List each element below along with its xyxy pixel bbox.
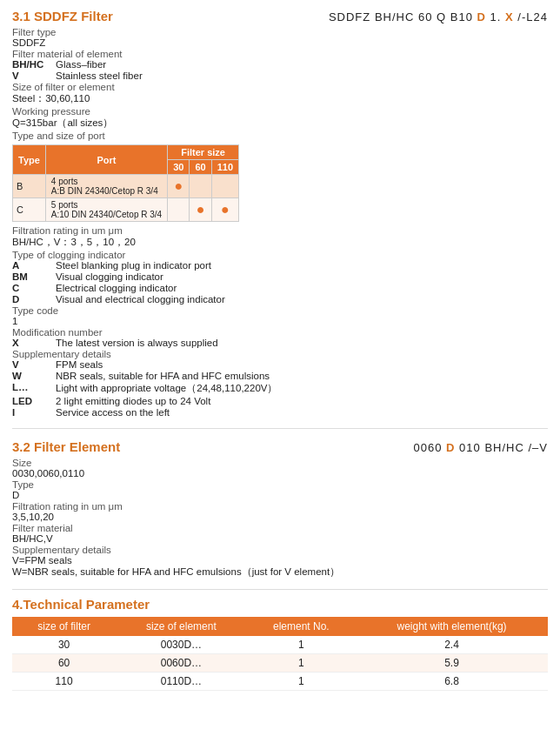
tech-table-cell: 5.9 [356,654,548,673]
tech-table-cell: 60 [12,654,116,673]
suppl-key-w: W [12,371,47,381]
tech-table-cell: 110 [12,673,116,691]
section-32-title: 3.2 Filter Element [12,439,120,454]
s32-type-label: Type [12,479,548,490]
suppl-val-v: FPM seals [56,359,103,370]
section-4: 4.Technical Parameter size of filter siz… [12,597,548,691]
code-seg-60: 60 [418,10,432,23]
type-code-value: 1 [12,316,548,326]
type-size-port-block: Type and size of port Type Port Filter s… [12,131,548,222]
modification-val-x: The latest version is always supplied [56,338,218,348]
filter-material-key-bhhc: BH/HC [12,59,47,70]
code-seg-q: Q [437,10,446,23]
modification-label: Modification number [12,327,548,338]
suppl-key-led: LED [12,396,47,406]
code-diagram-32: 0060 D 010 BH/HC /–V [414,439,548,454]
filter-material-val-bhhc: Glass–fiber [56,59,106,70]
code-seg-sddfz: SDDFZ [329,10,370,23]
s32-filtration-label: Filtration rating in um μm [12,501,548,512]
s32-filtration-value: 3,5,10,20 [12,512,548,522]
filter-material-block: Filter material of element BH/HC Glass–f… [12,49,548,81]
tech-table-row: 600060D…15.9 [12,654,548,673]
table-cell-c-30 [168,198,190,222]
suppl-row-l: L… Light with appropriate voltage（24,48,… [12,382,548,395]
table-row-b: B 4 portsA:B DIN 24340/Cetop R 3/4 ● [13,175,239,198]
supplementary-block: Supplementary details V FPM seals W NBR … [12,349,548,418]
clogging-val-bm: Visual clogging indicator [56,271,163,282]
clogging-row-c: C Electrical clogging indicator [12,283,548,293]
s32-type-block: Type D [12,479,548,500]
tech-parameter-table: size of filter size of element element N… [12,617,548,691]
s32-size-block: Size 0030,0060,0110 [12,458,548,479]
modification-block: Modification number X The latest version… [12,327,548,348]
type-size-port-label: Type and size of port [12,131,548,141]
filter-material-row-bhhc: BH/HC Glass–fiber [12,59,548,70]
clogging-block: Type of clogging indicator A Steel blank… [12,250,548,305]
filtration-value: BH/HC，V：3，5，10，20 [12,236,548,249]
suppl-key-l: L… [12,382,47,395]
s32-type-value: D [12,490,548,500]
tech-table-cell: 30 [12,636,116,654]
tech-table-cell: 0030D… [116,636,246,654]
table-cell-port-b: 4 portsA:B DIN 24340/Cetop R 3/4 [45,175,167,198]
code-seg-x: X [505,10,514,23]
suppl-row-i: I Service access on the left [12,407,548,418]
tech-table-cell: 0060D… [116,654,246,673]
section-31-title: 3.1 SDDFZ Filter [12,9,113,23]
clogging-row-d: D Visual and electrical clogging indicat… [12,294,548,305]
clogging-val-c: Electrical clogging indicator [56,283,177,293]
clogging-key-d: D [12,294,47,305]
filter-material-val-v: Stainless steel fiber [56,70,143,81]
tech-table-row: 1100110D…16.8 [12,673,548,691]
table-cell-port-c: 5 portsA:10 DIN 24340/Cetop R 3/4 [45,198,167,222]
suppl-row-w: W NBR seals, suitable for HFA and HFC em… [12,371,548,381]
table-header-filter-size: Filter size [168,145,239,160]
suppl-val-l: Light with appropriate voltage（24,48,110… [56,382,277,395]
table-row-c: C 5 portsA:10 DIN 24340/Cetop R 3/4 ● ● [13,198,239,222]
clogging-key-a: A [12,260,47,271]
code-seg-b10: B10 [450,10,473,23]
code-32-bhhc: BH/HC [484,441,523,454]
working-pressure-block: Working pressure Q=315bar（all sizes） [12,106,548,130]
s32-material-block: Filter material BH/HC,V [12,523,548,544]
tech-table-cell: 1 [247,636,356,654]
tech-table-cell: 2.4 [356,636,548,654]
tech-table-row: 300030D…12.4 [12,636,548,654]
code-seg-l24: /-L24 [517,10,548,23]
filtration-block: Filtration rating in um μm BH/HC，V：3，5，1… [12,225,548,249]
section-32: 3.2 Filter Element 0060 D 010 BH/HC /–V … [12,439,548,579]
port-table: Type Port Filter size 30 60 110 B 4 port… [12,144,239,222]
code-seg-bhhc: BH/HC [375,10,414,23]
filter-type-value: SDDFZ [12,37,548,48]
table-cell-b-30: ● [168,175,190,198]
tech-header-size-element: size of element [116,617,246,636]
code-seg-1: 1. [490,10,502,23]
table-cell-type-c: C [13,198,46,222]
clogging-val-a: Steel blanking plug in indicator port [56,260,211,271]
tech-table-cell: 0110D… [116,673,246,691]
suppl-row-v: V FPM seals [12,359,548,370]
suppl-val-w: NBR seals, suitable for HFA and HFC emul… [56,371,270,381]
clogging-val-d: Visual and electrical clogging indicator [56,294,225,305]
clogging-key-bm: BM [12,271,47,282]
table-cell-b-110 [211,175,238,198]
modification-key-x: X [12,338,47,348]
suppl-row-led: LED 2 light emitting diodes up to 24 Vol… [12,396,548,406]
table-header-110: 110 [211,160,238,175]
code-32-d: D [446,441,455,454]
tech-header-size-filter: size of filter [12,617,116,636]
s32-material-value: BH/HC,V [12,533,548,544]
code-32-010: 010 [459,441,481,454]
tech-header-weight: weight with element(kg) [356,617,548,636]
suppl-key-v: V [12,359,47,370]
table-header-30: 30 [168,160,190,175]
tech-table-cell: 1 [247,673,356,691]
s32-filtration-block: Filtration rating in um μm 3,5,10,20 [12,501,548,522]
filter-type-block: Filter type SDDFZ [12,27,548,48]
tech-header-element-no: element No. [247,617,356,636]
supplementary-label: Supplementary details [12,349,548,359]
s32-material-label: Filter material [12,523,548,533]
code-diagram-31: SDDFZ BH/HC 60 Q B10 D 1. X /-L24 [329,9,548,23]
modification-row-x: X The latest version is always supplied [12,338,548,348]
filter-material-key-v: V [12,70,47,81]
